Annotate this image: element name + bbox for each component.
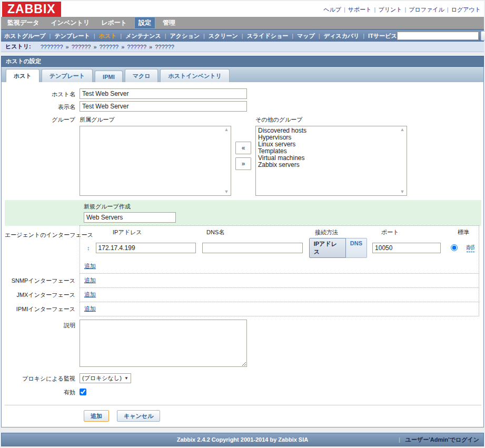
nav-inventory[interactable]: インベントリ — [47, 17, 94, 29]
scroll-up-icon[interactable]: ▲ — [400, 127, 405, 132]
groups-label: グループ — [5, 116, 80, 196]
new-group-row: 新規グループ作成 — [5, 200, 481, 226]
host-form: ホスト名 表示名 グループ 所属グループ — [2, 82, 483, 427]
col-port: ポート — [381, 228, 450, 236]
search-input[interactable] — [397, 32, 479, 40]
spacer — [1, 427, 484, 433]
move-right-button[interactable]: » — [235, 157, 251, 170]
history-link[interactable]: ?????? — [100, 44, 119, 50]
subnav-hostgroups[interactable]: ホストグループ — [4, 32, 46, 40]
subnav-actions[interactable]: アクション — [170, 32, 200, 40]
col-dns-name: DNS名 — [205, 228, 309, 236]
scrollbar[interactable]: ▲ ▼ — [222, 126, 231, 195]
enabled-label: 有効 — [5, 386, 80, 396]
default-interface-radio[interactable] — [451, 244, 458, 251]
add-agent-interface-link[interactable]: 追加 — [84, 262, 96, 270]
history-link[interactable]: ?????? — [127, 44, 146, 50]
history-label: ヒストリ: — [5, 43, 31, 51]
print-link[interactable]: プリント — [378, 6, 402, 13]
help-link[interactable]: ヘルプ — [323, 6, 341, 13]
scrollbar[interactable]: ▲ ▼ — [398, 126, 407, 195]
other-groups-title: その他のグループ — [255, 116, 407, 124]
subnav-templates[interactable]: テンプレート — [54, 32, 90, 40]
subnav-maps[interactable]: マップ — [297, 32, 315, 40]
ipmi-interfaces-row: IPMIインターフェース 追加 — [5, 302, 481, 316]
history-link[interactable]: ?????? — [155, 44, 174, 50]
connect-ip-button[interactable]: IPアドレス — [309, 238, 346, 258]
nav-reports[interactable]: レポート — [97, 17, 131, 29]
scroll-down-icon[interactable]: ▼ — [400, 190, 405, 194]
separator: | — [50, 33, 51, 39]
nav-monitoring[interactable]: 監視データ — [3, 17, 44, 29]
in-groups-select[interactable]: ▲ ▼ — [80, 126, 231, 196]
scroll-up-icon[interactable]: ▲ — [224, 127, 229, 132]
drag-handle-icon[interactable]: ↕ — [84, 245, 93, 251]
add-button[interactable]: 追加 — [84, 410, 109, 422]
description-label: 説明 — [5, 320, 80, 368]
separator: | — [120, 33, 122, 39]
host-name-input[interactable] — [80, 88, 247, 99]
enabled-checkbox[interactable] — [80, 389, 86, 395]
separator: | — [94, 33, 95, 39]
separator: | — [363, 33, 364, 39]
zabbix-page: ZABBIX ヘルプ|サポート|プリント|プロファイル|ログアウト 監視データ … — [0, 0, 485, 446]
new-group-input[interactable] — [84, 212, 176, 223]
raquo-separator: » — [121, 44, 124, 50]
dns-name-input[interactable] — [202, 243, 303, 253]
description-textarea[interactable] — [80, 320, 247, 367]
jmx-interfaces-cell: 追加 — [80, 287, 479, 302]
group-option[interactable]: Zabbix servers — [256, 162, 398, 168]
raquo-separator: » — [149, 44, 152, 50]
history-link[interactable]: ??????? — [41, 44, 63, 50]
port-input[interactable] — [372, 243, 441, 253]
tab-templates[interactable]: テンプレート — [42, 69, 93, 82]
history-link[interactable]: ?????? — [72, 44, 91, 50]
remove-interface-link[interactable]: 削除 — [467, 244, 474, 252]
add-jmx-interface-link[interactable]: 追加 — [84, 291, 96, 298]
description-row: 説明 — [5, 320, 481, 368]
visible-name-input[interactable] — [80, 101, 247, 112]
agent-interfaces-row: エージェントのインターフェース IPアドレス DNS名 接続方法 ポート 標準 … — [5, 226, 481, 274]
search-button[interactable]: 検索 — [481, 31, 485, 41]
top-header: ZABBIX ヘルプ|サポート|プリント|プロファイル|ログアウト — [1, 1, 484, 17]
add-snmp-interface-link[interactable]: 追加 — [84, 276, 96, 284]
top-links: ヘルプ|サポート|プリント|プロファイル|ログアウト — [323, 6, 481, 14]
profile-link[interactable]: プロファイル — [409, 6, 444, 13]
subnav-discovery[interactable]: ディスカバリ — [324, 32, 360, 40]
host-name-label: ホスト名 — [5, 88, 80, 99]
move-left-button[interactable]: « — [235, 142, 251, 154]
separator: | — [242, 33, 243, 39]
subnav-maintenance[interactable]: メンテナンス — [125, 32, 161, 40]
ip-address-input[interactable] — [96, 243, 196, 253]
other-groups-select[interactable]: Discovered hosts Hypervisors Linux serve… — [255, 126, 407, 196]
separator: | — [165, 33, 166, 39]
logout-link[interactable]: ログアウト — [451, 6, 481, 13]
subnav-screens[interactable]: スクリーン — [209, 32, 238, 40]
col-default: 標準 — [454, 228, 473, 236]
tab-macros[interactable]: マクロ — [125, 69, 159, 82]
visible-name-label: 表示名 — [5, 101, 80, 112]
snmp-interfaces-row: SNMPインターフェース 追加 — [5, 274, 481, 288]
nav-configuration[interactable]: 設定 — [134, 17, 155, 29]
cancel-button[interactable]: キャンセル — [117, 410, 160, 422]
new-group-label: 新規グループ作成 — [84, 203, 481, 211]
group-move-buttons: « » — [231, 116, 255, 196]
subnav-itservices[interactable]: ITサービス — [368, 32, 397, 40]
in-groups-title: 所属グループ — [80, 116, 231, 124]
tab-host[interactable]: ホスト — [6, 69, 39, 82]
in-groups-column: 所属グループ ▲ ▼ — [80, 116, 231, 196]
tab-host-inventory[interactable]: ホストインベントリ — [160, 69, 229, 82]
host-name-row: ホスト名 — [5, 88, 481, 99]
agent-interfaces-label: エージェントのインターフェース — [5, 226, 80, 239]
support-link[interactable]: サポート — [348, 6, 372, 13]
proxy-row: プロキシによる監視 (プロキシなし) ▼ — [5, 373, 481, 383]
subnav-slideshows[interactable]: スライドショー — [247, 32, 289, 40]
proxy-label: プロキシによる監視 — [5, 373, 80, 383]
subnav-hosts[interactable]: ホスト — [99, 32, 117, 40]
proxy-select[interactable]: (プロキシなし) ▼ — [80, 373, 131, 383]
tab-ipmi[interactable]: IPMI — [95, 71, 123, 82]
scroll-down-icon[interactable]: ▼ — [224, 190, 229, 194]
connect-dns-button[interactable]: DNS — [346, 238, 367, 258]
nav-administration[interactable]: 管理 — [159, 17, 180, 29]
add-ipmi-interface-link[interactable]: 追加 — [84, 305, 96, 313]
